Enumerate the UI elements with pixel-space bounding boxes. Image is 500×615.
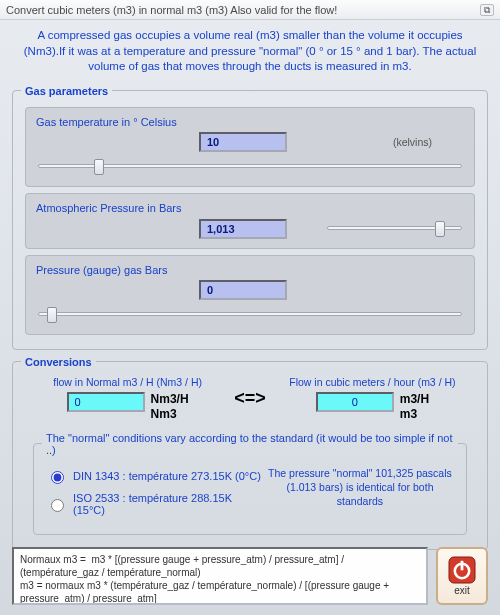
- radio-iso2533-label: ISO 2533 : température 288.15K (15°C): [73, 492, 262, 516]
- atm-pressure-label: Atmospheric Pressure in Bars: [36, 202, 466, 214]
- gas-temp-input[interactable]: [199, 132, 287, 152]
- intro-text: A compressed gas occupies a volume real …: [0, 20, 500, 81]
- normal-pressure-note: The pressure "normal" 101,325 pascals (1…: [262, 464, 456, 524]
- gas-temp-unit: (kelvins): [393, 136, 432, 148]
- radio-iso2533-input[interactable]: [51, 499, 64, 512]
- titlebar: Convert cubic meters (m3) in normal m3 (…: [0, 0, 500, 20]
- radio-din1343[interactable]: DIN 1343 : température 273.15K (0°C): [46, 468, 262, 484]
- flow-m3-caption: Flow in cubic meters / hour (m3 / H): [272, 376, 473, 388]
- gas-parameters-legend: Gas parameters: [21, 85, 112, 97]
- conversions-legend: Conversions: [21, 356, 96, 368]
- gas-temp-group: Gas temperature in ° Celsius (kelvins): [25, 107, 475, 187]
- formula-box: Normaux m3 = m3 * [(pressure gauge + pre…: [12, 547, 428, 605]
- gauge-pressure-input[interactable]: [199, 280, 287, 300]
- radio-iso2533[interactable]: ISO 2533 : température 288.15K (15°C): [46, 492, 262, 516]
- window-title: Convert cubic meters (m3) in normal m3 (…: [6, 0, 337, 20]
- conversion-arrow-icon: <=>: [228, 388, 272, 409]
- unit-nm3h: Nm3/H: [151, 392, 189, 407]
- gauge-pressure-label: Pressure (gauge) gas Bars: [36, 264, 466, 276]
- flow-nm3-caption: flow in Normal m3 / H (Nm3 / H): [27, 376, 228, 388]
- normal-standards-group: The "normal" conditions vary according t…: [33, 432, 467, 535]
- exit-label: exit: [454, 585, 470, 596]
- atm-pressure-group: Atmospheric Pressure in Bars: [25, 193, 475, 249]
- radio-din1343-input[interactable]: [51, 471, 64, 484]
- atm-pressure-slider[interactable]: [323, 218, 466, 240]
- flow-nm3-input[interactable]: [67, 392, 145, 412]
- normal-standards-legend: The "normal" conditions vary according t…: [42, 432, 458, 456]
- unit-m3: m3: [400, 407, 429, 422]
- atm-pressure-input[interactable]: [199, 219, 287, 239]
- power-icon: [448, 556, 476, 584]
- close-icon[interactable]: ⧉: [480, 4, 494, 16]
- gas-temp-label: Gas temperature in ° Celsius: [36, 116, 466, 128]
- radio-din1343-label: DIN 1343 : température 273.15K (0°C): [73, 470, 261, 482]
- flow-m3-input[interactable]: [316, 392, 394, 412]
- conversions-group: Conversions flow in Normal m3 / H (Nm3 /…: [12, 356, 488, 550]
- gauge-pressure-slider[interactable]: [34, 304, 466, 326]
- unit-m3h: m3/H: [400, 392, 429, 407]
- gas-temp-slider[interactable]: [34, 156, 466, 178]
- gas-parameters-group: Gas parameters Gas temperature in ° Cels…: [12, 85, 488, 350]
- exit-button[interactable]: exit: [436, 547, 488, 605]
- gauge-pressure-group: Pressure (gauge) gas Bars: [25, 255, 475, 335]
- svg-rect-2: [461, 561, 464, 571]
- unit-nm3: Nm3: [151, 407, 189, 422]
